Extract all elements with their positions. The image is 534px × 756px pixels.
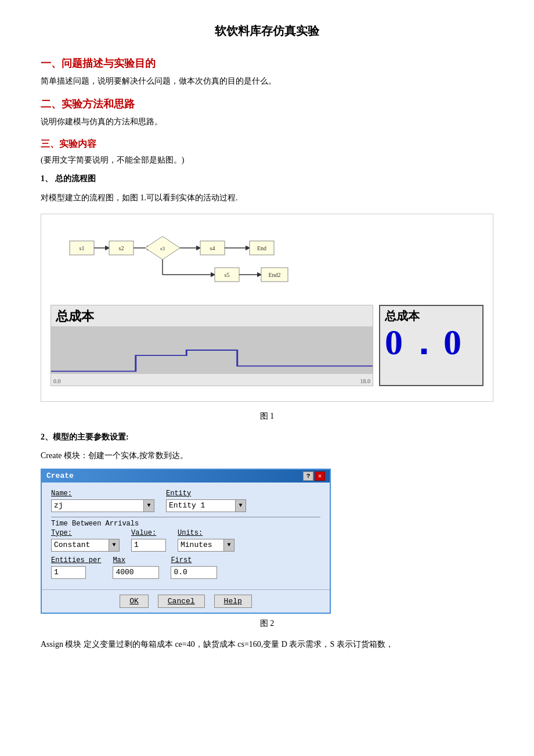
type-label: Type: (51, 529, 120, 537)
dialog-controls: ? ✕ (303, 471, 325, 481)
dialog-wrapper: Create ? ✕ Name: ▼ (41, 469, 493, 614)
dialog-row-3: Entities per Max First (51, 556, 320, 579)
name-input[interactable] (51, 499, 144, 512)
value-input[interactable] (131, 539, 166, 552)
dialog-body: Name: ▼ Entity ▼ T (42, 483, 330, 589)
dialog-footer: OK Cancel Help (42, 589, 330, 613)
entities-per-field: Entities per (51, 556, 101, 579)
section-3: 三、实验内容 (要用文字简要说明，不能全部是贴图。) 1、 总的流程图 对模型建… (41, 138, 493, 651)
entity-label: Entity (166, 489, 246, 498)
units-input-wrapper: ▼ (178, 539, 234, 552)
max-input[interactable] (113, 566, 159, 579)
create-dialog: Create ? ✕ Name: ▼ (41, 469, 331, 614)
flow-diagram-svg: s1 s2 s3 s4 End s5 (58, 224, 476, 299)
svg-text:s5: s5 (225, 272, 230, 278)
name-field: Name: ▼ (51, 489, 154, 512)
entity-dropdown-arrow[interactable]: ▼ (236, 499, 246, 512)
help-button[interactable]: Help (214, 595, 252, 608)
max-field: Max (113, 556, 159, 579)
section-3-note: (要用文字简要说明，不能全部是贴图。) (41, 154, 493, 167)
dialog-row-2: Type: ▼ Value: Units: (51, 529, 320, 552)
subsection-2-body: Create 模块：创建一个实体,按常数到达。 (41, 449, 493, 462)
chart-inner (51, 326, 373, 374)
chart-axis-right-label: 18.0 (360, 378, 371, 384)
max-label: Max (113, 556, 159, 564)
units-input[interactable] (178, 539, 224, 552)
units-dropdown-arrow[interactable]: ▼ (224, 539, 234, 552)
entities-per-input[interactable] (51, 566, 86, 579)
chart-right-value: 0．0 (385, 324, 464, 360)
svg-text:End: End (257, 245, 266, 251)
flow-diagram-container: s1 s2 s3 s4 End s5 (41, 214, 493, 402)
subsection-1-title: 1、 总的流程图 (41, 172, 493, 185)
value-label: Value: (131, 529, 166, 537)
section-2: 二、实验方法和思路 说明你建模与仿真的方法和思路。 (41, 97, 493, 128)
type-field: Type: ▼ (51, 529, 120, 552)
svg-text:End2: End2 (268, 272, 280, 278)
chart-left: 总成本 www.zixin.com 0.0 18.0 (50, 305, 373, 386)
dialog-close-btn[interactable]: ✕ (315, 471, 325, 481)
section-1-title: 一、问题描述与实验目的 (41, 56, 493, 70)
dialog-titlebar: Create ? ✕ (42, 470, 330, 483)
chart-right: 总成本 0．0 (379, 305, 484, 386)
type-input[interactable] (51, 539, 109, 552)
cancel-button[interactable]: Cancel (158, 595, 205, 608)
page-title: 软饮料库存仿真实验 (41, 23, 493, 39)
value-field: Value: (131, 529, 166, 552)
dialog-title: Create (46, 471, 74, 480)
svg-text:s2: s2 (119, 245, 124, 251)
dialog-row-1: Name: ▼ Entity ▼ (51, 489, 320, 512)
entity-input[interactable] (166, 499, 236, 512)
section-1-body: 简单描述问题，说明要解决什么问题，做本次仿真的目的是什么。 (41, 75, 493, 88)
entities-per-label: Entities per (51, 556, 101, 564)
dialog-help-btn[interactable]: ? (303, 471, 313, 481)
subsection-1-body: 对模型建立的流程图，如图 1.可以看到实体的活动过程. (41, 192, 493, 204)
step-chart-svg (51, 326, 373, 374)
section-3-title: 三、实验内容 (41, 138, 493, 150)
entity-input-wrapper: ▼ (166, 499, 246, 512)
svg-text:s3: s3 (160, 246, 165, 251)
ok-button[interactable]: OK (120, 595, 149, 608)
time-arrivals-group-label: Time Between Arrivals (51, 517, 320, 528)
units-field: Units: ▼ (178, 529, 234, 552)
name-input-wrapper: ▼ (51, 499, 154, 512)
chart-left-title: 总成本 (56, 308, 94, 325)
name-dropdown-arrow[interactable]: ▼ (144, 499, 154, 512)
section-2-body: 说明你建模与仿真的方法和思路。 (41, 116, 493, 128)
section-1: 一、问题描述与实验目的 简单描述问题，说明要解决什么问题，做本次仿真的目的是什么… (41, 56, 493, 88)
chart-axis-left-label: 0.0 (53, 378, 61, 384)
type-input-wrapper: ▼ (51, 539, 120, 552)
type-dropdown-arrow[interactable]: ▼ (109, 539, 120, 552)
first-input[interactable] (171, 566, 217, 579)
units-label: Units: (178, 529, 234, 537)
charts-row: 总成本 www.zixin.com 0.0 18.0 总成本 0．0 (50, 305, 484, 386)
svg-text:s1: s1 (80, 245, 85, 251)
entity-field: Entity ▼ (166, 489, 246, 512)
chart-right-title: 总成本 (385, 308, 420, 324)
section3-last-text: Assign 模块 定义变量过剩的每箱成本 ce=40，缺货成本 cs=160,… (41, 638, 493, 651)
name-label: Name: (51, 489, 154, 498)
first-label: First (171, 556, 217, 564)
svg-text:s4: s4 (210, 245, 215, 251)
section-2-title: 二、实验方法和思路 (41, 97, 493, 111)
subsection-2-title: 2、模型的主要参数设置: (41, 431, 493, 444)
figure-2-caption: 图 2 (41, 618, 493, 629)
figure-1-caption: 图 1 (41, 411, 493, 422)
first-field: First (171, 556, 217, 579)
